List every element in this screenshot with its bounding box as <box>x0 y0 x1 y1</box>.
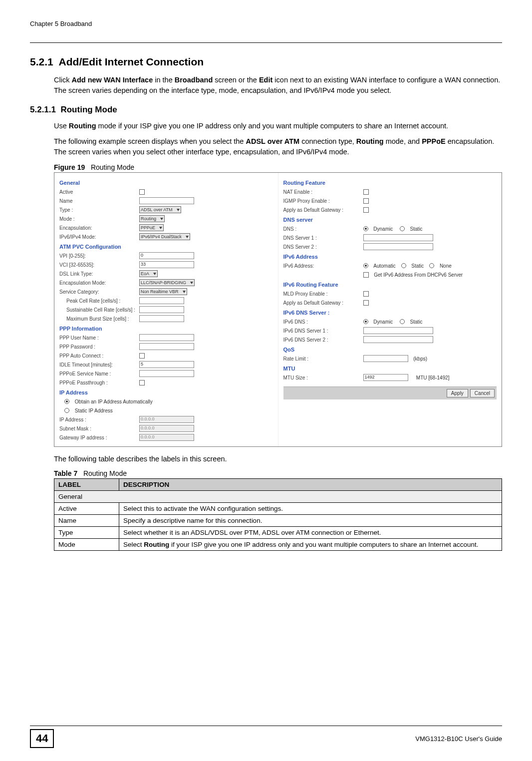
mode-select[interactable]: Routing <box>139 215 165 222</box>
th-description: DESCRIPTION <box>119 479 502 491</box>
ip-static-radio[interactable] <box>64 408 69 413</box>
type-select[interactable]: ADSL over ATM <box>139 206 181 213</box>
th-label: LABEL <box>54 479 119 491</box>
ipv6-auto-radio[interactable] <box>363 263 368 268</box>
select-value: Routing <box>141 216 156 221</box>
chevron-down-icon <box>177 209 180 211</box>
idle-timeout-input[interactable]: 5 <box>139 361 194 368</box>
mtu-size-label: MTU Size : <box>283 375 363 380</box>
table-row: Type Select whether it is an ADSL/VDSL o… <box>54 527 502 539</box>
ipv6-none-label: None <box>440 263 452 269</box>
pppoe-passthrough-checkbox[interactable] <box>139 380 145 385</box>
ipv6-default-gateway-checkbox[interactable] <box>363 300 369 306</box>
ip-address-input[interactable]: 0.0.0.0 <box>139 416 194 423</box>
table-row: Mode Select Routing if your ISP give you… <box>54 539 502 551</box>
rate-limit-input[interactable] <box>363 355 408 362</box>
td-desc: Select this to activate the WAN configur… <box>119 503 502 515</box>
mtu-range-label: MTU [68-1492] <box>416 375 450 380</box>
encap-mode-label: Encapsulation Mode: <box>59 280 139 286</box>
td-desc: Select Routing if your ISP give you one … <box>119 539 502 551</box>
ppp-autoconnect-checkbox[interactable] <box>139 353 145 359</box>
vpi-input[interactable]: 0 <box>139 252 194 259</box>
ipmode-select[interactable]: IPv6/IPv4 DualStack <box>139 233 190 240</box>
dsl-link-type-select[interactable]: EoA <box>139 270 158 277</box>
table-row: General <box>54 491 502 503</box>
peak-cell-rate-input[interactable] <box>139 297 184 304</box>
ipv6-dns-static-radio[interactable] <box>400 319 405 324</box>
section-heading: 5.2.1 Add/Edit Internet Connection <box>30 56 502 68</box>
ip-auto-label: Obtain an IP Address Automatically <box>75 399 153 404</box>
ipv6-static-radio[interactable] <box>401 263 406 268</box>
chevron-down-icon <box>183 291 186 293</box>
encapsulation-select[interactable]: PPPoE <box>139 224 164 231</box>
vci-input[interactable]: 33 <box>139 261 194 268</box>
select-value: LLC/SNAP-BRIDGING <box>141 280 186 285</box>
nat-enable-checkbox[interactable] <box>363 189 369 195</box>
sub-para-2: The following example screen displays wh… <box>54 136 502 157</box>
td-label: Mode <box>54 539 119 551</box>
ppp-info-heading: PPP Information <box>59 326 273 332</box>
ppp-user-input[interactable] <box>139 334 194 341</box>
ipv6-dns-label: IPv6 DNS : <box>283 319 363 325</box>
subnet-mask-input[interactable]: 0.0.0.0 <box>139 425 194 432</box>
service-category-select[interactable]: Non Realtime VBR <box>139 288 187 295</box>
ipv6-dhcp-checkbox[interactable] <box>363 272 369 278</box>
sub-para-1: Use Routing mode if your ISP give you on… <box>54 121 502 131</box>
pppoe-passthrough-label: PPPoE Passthrough : <box>59 380 139 385</box>
igmp-proxy-checkbox[interactable] <box>363 198 369 204</box>
ipv6-address-heading: IPv6 Address <box>283 254 497 260</box>
pppoe-service-name-input[interactable] <box>139 370 194 377</box>
after-figure-para: The following table describes the labels… <box>54 454 502 464</box>
td-desc: Specify a descriptive name for this conn… <box>119 515 502 527</box>
service-category-label: Service Category: <box>59 289 139 295</box>
mode-label: Mode : <box>59 216 139 222</box>
ipv6-static-label: Static <box>411 263 424 269</box>
ip-address-label: IP Address : <box>59 417 139 422</box>
encap-mode-select[interactable]: LLC/SNAP-BRIDGING <box>139 279 195 286</box>
ppp-user-label: PPP User Name : <box>59 335 139 341</box>
select-value: EoA <box>141 271 149 276</box>
mld-proxy-checkbox[interactable] <box>363 291 369 297</box>
bold-text: Routing <box>356 137 384 145</box>
vpi-label: VPI [0-255]: <box>59 253 139 259</box>
ipv6-dns2-input[interactable] <box>363 336 433 343</box>
bold-text: Add new WAN Interface <box>71 76 153 84</box>
text: mode if your ISP give you one IP address… <box>96 122 449 130</box>
default-gateway-checkbox[interactable] <box>363 207 369 213</box>
max-burst-size-input[interactable] <box>139 315 184 322</box>
screenshot-left-column: General Active Name Type :ADSL over ATM … <box>54 173 278 446</box>
page-number: 44 <box>30 729 54 748</box>
active-checkbox[interactable] <box>139 189 145 195</box>
ip-static-label: Static IP Address <box>75 408 113 413</box>
select-value: Non Realtime VBR <box>141 289 179 294</box>
select-value: IPv6/IPv4 DualStack <box>141 234 182 239</box>
dns-server-heading: DNS server <box>283 217 497 223</box>
ipv6-dns1-input[interactable] <box>363 327 433 334</box>
cancel-button[interactable]: Cancel <box>470 389 495 397</box>
ip-auto-radio[interactable] <box>64 399 69 404</box>
ipv6-auto-label: Automatic <box>373 263 395 269</box>
dns1-input[interactable] <box>363 234 433 241</box>
section-title: Add/Edit Internet Connection <box>59 56 204 67</box>
dns-label: DNS : <box>283 226 363 232</box>
gateway-ip-input[interactable]: 0.0.0.0 <box>139 434 194 441</box>
dns2-label: DNS Server 2 : <box>283 244 363 250</box>
ipv6-dns1-label: IPv6 DNS Server 1 : <box>283 328 363 334</box>
chevron-down-icon <box>153 273 156 275</box>
section-number: 5.2.1 <box>30 56 53 67</box>
name-input[interactable] <box>139 197 194 204</box>
figure-caption: Figure 19 Routing Mode <box>54 163 502 171</box>
mtu-size-input[interactable]: 1492 <box>363 374 408 381</box>
ipv6-none-radio[interactable] <box>429 263 434 268</box>
ipv6-dns-server-heading: IPv6 DNS Server : <box>283 310 497 316</box>
sustainable-cell-rate-input[interactable] <box>139 306 184 313</box>
dns-dynamic-radio[interactable] <box>363 226 368 231</box>
text: The following example screen displays wh… <box>54 137 246 145</box>
apply-button[interactable]: Apply <box>447 389 468 397</box>
dns-static-radio[interactable] <box>400 226 405 231</box>
td-label: Name <box>54 515 119 527</box>
ppp-password-input[interactable] <box>139 343 194 350</box>
ipv6-dns-dynamic-radio[interactable] <box>363 319 368 324</box>
text: if your ISP give you one IP address only… <box>169 541 478 548</box>
dns2-input[interactable] <box>363 243 433 250</box>
